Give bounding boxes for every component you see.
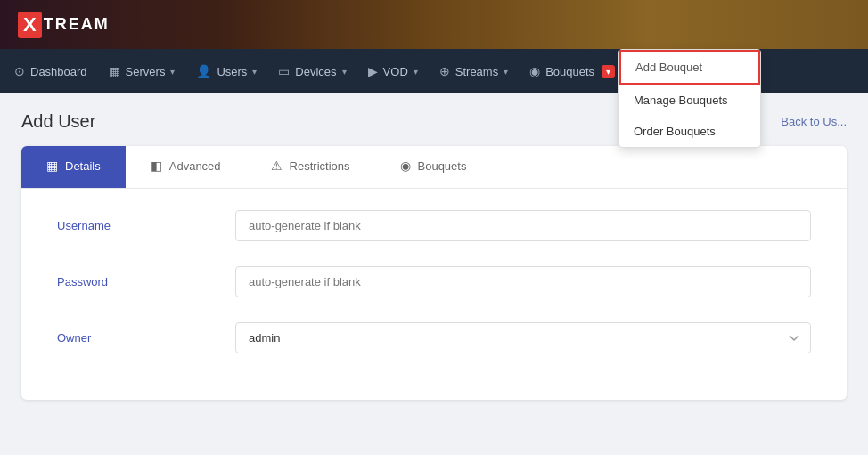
- users-chevron-icon: ▾: [252, 67, 257, 77]
- order-bouquets-item[interactable]: Order Bouquets: [619, 116, 760, 147]
- restrictions-tab-label: Restrictions: [290, 159, 350, 173]
- vod-chevron-icon: ▾: [414, 67, 418, 77]
- restrictions-tab-icon: ⚠: [271, 158, 283, 173]
- back-link[interactable]: Back to Us...: [781, 115, 847, 128]
- streams-label: Streams: [455, 65, 498, 78]
- owner-select[interactable]: admin: [235, 322, 811, 353]
- bouquets-tab-icon: ◉: [400, 158, 411, 173]
- details-tab-icon: ▦: [46, 158, 58, 173]
- username-row: Username: [57, 210, 811, 241]
- tabs-bar: ▦ Details ◧ Advanced ⚠ Restrictions ◉ Bo…: [21, 146, 847, 189]
- bouquets-tab-label: Bouquets: [418, 159, 467, 173]
- bouquets-chevron-icon[interactable]: ▾: [602, 65, 615, 78]
- sidebar-item-streams[interactable]: ⊕ Streams ▾: [429, 47, 519, 96]
- vod-icon: ▶: [368, 64, 378, 78]
- dropdown-menu: Add Bouquet Manage Bouquets Order Bouque…: [618, 49, 761, 148]
- bouquets-dropdown: Add Bouquet Manage Bouquets Order Bouque…: [618, 49, 761, 148]
- top-bar: X TREAM: [0, 0, 868, 49]
- owner-row: Owner admin: [57, 322, 811, 353]
- password-label: Password: [57, 275, 235, 288]
- tab-details[interactable]: ▦ Details: [21, 146, 126, 188]
- tab-restrictions[interactable]: ⚠ Restrictions: [246, 146, 375, 188]
- sidebar-item-dashboard[interactable]: ⊙ Dashboard: [4, 47, 98, 96]
- advanced-tab-icon: ◧: [151, 158, 162, 173]
- servers-label: Servers: [126, 65, 166, 78]
- add-user-card: ▦ Details ◧ Advanced ⚠ Restrictions ◉ Bo…: [21, 146, 847, 400]
- servers-icon: ▦: [109, 64, 120, 78]
- sidebar-item-vod[interactable]: ▶ VOD ▾: [357, 47, 429, 96]
- devices-chevron-icon: ▾: [342, 67, 347, 77]
- tab-advanced[interactable]: ◧ Advanced: [126, 146, 246, 188]
- bouquets-icon: ◉: [529, 64, 540, 78]
- logo[interactable]: X TREAM: [18, 12, 110, 38]
- users-icon: 👤: [196, 64, 211, 78]
- dashboard-icon: ⊙: [14, 64, 25, 78]
- logo-x: X: [18, 12, 42, 38]
- manage-bouquets-item[interactable]: Manage Bouquets: [619, 85, 760, 116]
- username-input[interactable]: [235, 210, 811, 241]
- username-label: Username: [57, 219, 235, 232]
- sidebar-item-devices[interactable]: ▭ Devices ▾: [267, 47, 356, 96]
- sidebar-item-bouquets[interactable]: ◉ Bouquets ▾: [519, 47, 626, 96]
- page-title: Add User: [21, 111, 95, 132]
- add-bouquet-item[interactable]: Add Bouquet: [619, 50, 760, 85]
- sidebar-item-users[interactable]: 👤 Users ▾: [185, 47, 267, 96]
- bouquets-label: Bouquets: [545, 65, 594, 78]
- users-label: Users: [217, 65, 247, 78]
- advanced-tab-label: Advanced: [169, 159, 221, 173]
- logo-tream: TREAM: [44, 15, 110, 34]
- devices-icon: ▭: [278, 64, 290, 78]
- form-body: Username Password Owner admin: [21, 189, 847, 400]
- tab-bouquets[interactable]: ◉ Bouquets: [375, 146, 492, 188]
- dashboard-label: Dashboard: [30, 65, 87, 78]
- owner-label: Owner: [57, 331, 235, 345]
- details-tab-label: Details: [65, 159, 101, 173]
- servers-chevron-icon: ▾: [170, 67, 175, 77]
- sidebar-item-servers[interactable]: ▦ Servers ▾: [98, 47, 186, 96]
- streams-icon: ⊕: [439, 64, 450, 78]
- password-input[interactable]: [235, 266, 811, 297]
- password-row: Password: [57, 266, 811, 297]
- vod-label: VOD: [383, 65, 408, 78]
- devices-label: Devices: [295, 65, 336, 78]
- streams-chevron-icon: ▾: [504, 67, 508, 77]
